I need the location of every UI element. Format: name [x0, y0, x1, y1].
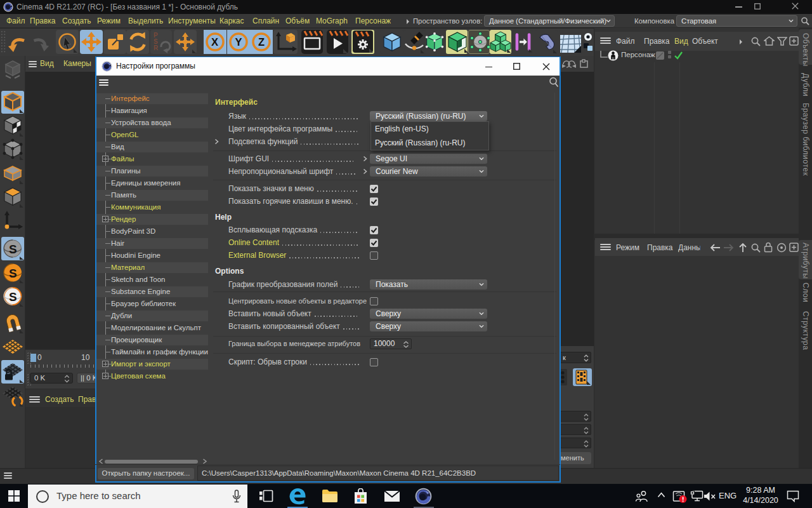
svg-text:S: S [9, 243, 17, 256]
svg-text:Y: Y [235, 36, 242, 48]
svg-text:Z: Z [258, 36, 265, 48]
svg-text:R: R [154, 44, 159, 51]
svg-text:X: X [211, 36, 218, 48]
svg-text:S: S [9, 290, 17, 304]
svg-text:S: S [9, 267, 17, 280]
